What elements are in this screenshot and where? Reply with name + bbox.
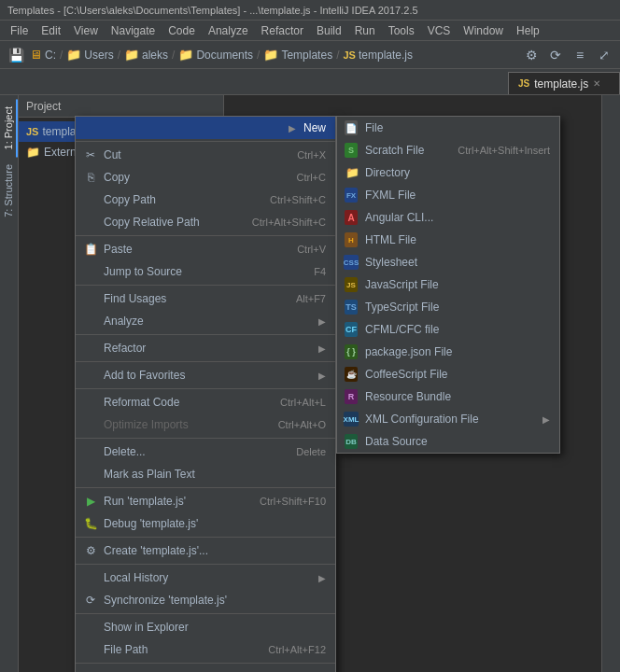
main-area: 1: Project 7: Structure Project JS templ…: [0, 95, 620, 672]
ctx-new-stylesheet[interactable]: CSS Stylesheet: [337, 251, 559, 273]
ctx-copy[interactable]: ⎘ Copy Ctrl+C: [76, 166, 335, 189]
tab-label: template.js: [534, 77, 588, 91]
ctx-analyze[interactable]: Analyze ▶: [76, 310, 335, 332]
menu-navigate[interactable]: Navigate: [105, 22, 162, 39]
sort-icon[interactable]: ≡: [570, 45, 590, 65]
new-file-icon: 📄: [345, 120, 359, 135]
ctx-compare[interactable]: Compare With... Ctrl+D: [76, 665, 335, 672]
menu-view[interactable]: View: [67, 22, 105, 39]
menu-run[interactable]: Run: [348, 22, 382, 39]
ctx-new-datasource[interactable]: DB Data Source: [337, 430, 559, 453]
breadcrumb-templates[interactable]: 📁 Templates: [263, 48, 332, 62]
ctx-sep-11: [76, 613, 335, 614]
ctx-new-scratch[interactable]: S Scratch File Ctrl+Alt+Shift+Insert: [337, 139, 559, 161]
menu-vcs[interactable]: VCS: [421, 22, 458, 39]
ctx-cut[interactable]: ✂ Cut Ctrl+X: [76, 144, 335, 166]
ctx-new-ts[interactable]: TS TypeScript File: [337, 296, 559, 318]
ctx-file-path[interactable]: File Path Ctrl+Alt+F12: [76, 638, 335, 661]
sidebar-tab-project[interactable]: 1: Project: [1, 99, 18, 157]
menu-window[interactable]: Window: [457, 22, 510, 39]
menu-edit[interactable]: Edit: [35, 22, 67, 39]
ctx-local-history[interactable]: Local History ▶: [76, 567, 335, 589]
folder-icon-users: 📁: [66, 48, 81, 62]
breadcrumb-c: 🖥 C:: [30, 48, 56, 62]
menu-code[interactable]: Code: [162, 22, 202, 39]
toolbar-drive-icon[interactable]: 💾: [6, 45, 26, 65]
ctx-sep-6: [76, 388, 335, 389]
ctx-new-fxml[interactable]: FX FXML File: [337, 184, 559, 206]
context-menu-main: ▶ New ✂ Cut Ctrl+X ⎘ Copy Ctrl+C Copy Pa…: [75, 116, 336, 672]
ctx-mark-plain[interactable]: Mark as Plain Text: [76, 463, 335, 485]
ctx-create[interactable]: ⚙ Create 'template.js'...: [76, 539, 335, 562]
folder-icon-aleks: 📁: [124, 48, 139, 62]
expand-icon[interactable]: ⤢: [594, 45, 614, 65]
menu-build[interactable]: Build: [310, 22, 348, 39]
angular-icon: A: [345, 210, 359, 225]
menu-file[interactable]: File: [4, 22, 35, 39]
menu-refactor[interactable]: Refactor: [255, 22, 310, 39]
debug-icon: 🐛: [83, 516, 98, 531]
js-sub-icon: JS: [345, 277, 359, 292]
ctx-find-usages[interactable]: Find Usages Alt+F7: [76, 287, 335, 310]
create-icon: ⚙: [83, 543, 98, 558]
ctx-new-cf[interactable]: CF CFML/CFC file: [337, 318, 559, 341]
ctx-sep-7: [76, 438, 335, 439]
tab-js-icon: JS: [518, 78, 529, 89]
ctx-run[interactable]: ▶ Run 'template.js' Ctrl+Shift+F10: [76, 490, 335, 512]
menu-bar: File Edit View Navigate Code Analyze Ref…: [0, 21, 620, 41]
sync-icon[interactable]: ⟳: [545, 45, 566, 65]
ctx-reformat[interactable]: Reformat Code Ctrl+Alt+L: [76, 391, 335, 413]
settings-icon[interactable]: ⚙: [521, 45, 542, 65]
ctx-new-coffee[interactable]: ☕ CoffeeScript File: [337, 363, 559, 385]
cf-icon: CF: [345, 322, 359, 337]
ctx-debug[interactable]: 🐛 Debug 'template.js': [76, 512, 335, 535]
ctx-new-angular[interactable]: A Angular CLI...: [337, 206, 559, 229]
ctx-sep-1: [76, 141, 335, 142]
ctx-paste[interactable]: 📋 Paste Ctrl+V: [76, 238, 335, 260]
folder-tree-icon: 📁: [26, 146, 40, 159]
breadcrumb-users[interactable]: 📁 Users: [66, 48, 113, 62]
ctx-new[interactable]: ▶ New: [76, 117, 335, 139]
jump-icon: [83, 264, 98, 279]
ctx-new-directory[interactable]: 📁 Directory: [337, 161, 559, 184]
ctx-new-resource[interactable]: R Resource Bundle: [337, 385, 559, 408]
ctx-add-favorites[interactable]: Add to Favorites ▶: [76, 364, 335, 386]
menu-help[interactable]: Help: [510, 22, 546, 39]
js-tree-icon: JS: [26, 126, 38, 137]
copy-icon: ⎘: [83, 170, 98, 185]
ctx-new-xml[interactable]: XML XML Configuration File ▶: [337, 408, 559, 430]
project-panel: Project JS template.js 📁 Extern... ▶ New…: [19, 95, 224, 672]
ctx-new-file[interactable]: 📄 File: [337, 117, 559, 139]
ctx-copy-path[interactable]: Copy Path Ctrl+Shift+C: [76, 189, 335, 211]
breadcrumb-documents[interactable]: 📁 Documents: [178, 48, 253, 62]
ctx-copy-relative-path[interactable]: Copy Relative Path Ctrl+Alt+Shift+C: [76, 211, 335, 233]
sidebar-tab-structure[interactable]: 7: Structure: [1, 157, 18, 225]
ctx-optimize-imports[interactable]: Optimize Imports Ctrl+Alt+O: [76, 413, 335, 436]
ctx-refactor[interactable]: Refactor ▶: [76, 337, 335, 359]
tab-close-button[interactable]: ✕: [593, 78, 600, 89]
ctx-delete[interactable]: Delete... Delete: [76, 441, 335, 463]
tab-templatejs[interactable]: JS template.js ✕: [508, 72, 620, 94]
toolbar: 💾 🖥 C: / 📁 Users / 📁 aleks / 📁 Documents…: [0, 41, 620, 69]
panel-header: Project: [19, 95, 223, 118]
breadcrumb: 🖥 C: / 📁 Users / 📁 aleks / 📁 Documents /…: [30, 48, 413, 62]
title-bar-text: Templates - [C:\Users\aleks\Documents\Te…: [7, 5, 418, 16]
folder-icon-docs: 📁: [178, 48, 193, 62]
cut-icon: ✂: [83, 147, 98, 162]
breadcrumb-templatejs[interactable]: JS template.js: [343, 49, 413, 62]
breadcrumb-aleks[interactable]: 📁 aleks: [124, 48, 168, 62]
html-icon: H: [345, 232, 359, 247]
ctx-new-html[interactable]: H HTML File: [337, 229, 559, 251]
ctx-sep-3: [76, 285, 335, 286]
ctx-new-js[interactable]: JS JavaScript File: [337, 273, 559, 296]
ctx-jump-source[interactable]: Jump to Source F4: [76, 260, 335, 283]
fxml-icon: FX: [345, 188, 359, 203]
menu-tools[interactable]: Tools: [382, 22, 421, 39]
menu-analyze[interactable]: Analyze: [202, 22, 255, 39]
ctx-synchronize[interactable]: ⟳ Synchronize 'template.js': [76, 589, 335, 611]
ctx-new-pkg[interactable]: { } package.json File: [337, 341, 559, 363]
ctx-sep-4: [76, 334, 335, 335]
paste-icon: 📋: [83, 242, 98, 257]
folder-icon-templates: 📁: [263, 48, 278, 62]
ctx-show-explorer[interactable]: Show in Explorer: [76, 616, 335, 638]
